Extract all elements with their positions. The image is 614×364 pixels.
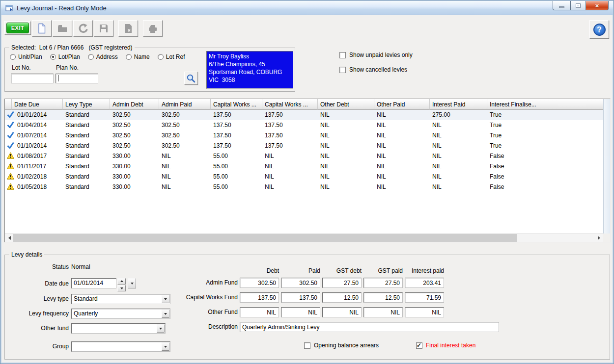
table-row[interactable]: 01/01/2014Standard302.50302.50137.50137.… — [5, 110, 603, 120]
fund-value-input[interactable]: 302.50 — [240, 278, 279, 288]
table-cell: NIL — [374, 141, 430, 151]
opening-balance-checkbox-row[interactable]: Opening balance arrears — [304, 342, 379, 349]
fund-column-header: Interest paid — [405, 267, 444, 274]
maximize-button[interactable] — [571, 1, 586, 10]
spin-down-button[interactable] — [117, 285, 126, 291]
column-header[interactable]: Date Due — [12, 99, 63, 110]
close-button[interactable]: × — [586, 1, 609, 10]
table-row[interactable]: 01/05/2018Standard330.00NIL55.00NILNILNI… — [5, 182, 603, 192]
fund-value-input[interactable]: 137.50 — [281, 292, 320, 303]
toolbar-buttons — [32, 20, 163, 37]
table-cell: 01/04/2014 — [15, 120, 63, 130]
table-row[interactable]: 01/08/2017Standard330.00NIL55.00NILNILNI… — [5, 151, 603, 161]
app-icon — [5, 4, 13, 12]
column-header[interactable]: Admin Paid — [159, 99, 211, 110]
filter-unpaid[interactable]: Show unpaid levies only — [339, 52, 413, 58]
right-arrow-icon — [598, 236, 602, 240]
minimize-button[interactable] — [553, 1, 571, 10]
column-header[interactable]: Capital Works ... — [262, 99, 318, 110]
column-header[interactable]: Interest Paid — [430, 99, 487, 110]
column-header[interactable]: Other Debt — [318, 99, 374, 110]
lot-no-input[interactable] — [11, 74, 54, 83]
radio-unit-plan[interactable]: Unit/Plan — [10, 53, 42, 60]
table-row[interactable]: 01/02/2018Standard330.00NIL55.00NILNILNI… — [5, 172, 603, 182]
group-combo[interactable] — [71, 341, 170, 352]
dropdown-button[interactable] — [162, 342, 169, 351]
scroll-right-arrow[interactable] — [595, 234, 603, 242]
fund-value-input[interactable]: NIL — [240, 307, 279, 317]
column-header[interactable]: Interest Finalise... — [487, 99, 545, 110]
fund-value-input[interactable]: NIL — [281, 307, 320, 317]
column-header[interactable]: Other Paid — [374, 99, 430, 110]
search-button[interactable] — [184, 72, 198, 85]
fund-value-input[interactable]: 27.50 — [363, 278, 403, 288]
filter-cancelled[interactable]: Show cancelled levies — [339, 66, 407, 73]
checkbox[interactable] — [416, 342, 422, 349]
plan-no-input[interactable] — [56, 74, 98, 83]
fund-value-input[interactable]: NIL — [363, 307, 403, 317]
fund-row-label: Capital Works Fund — [152, 294, 238, 301]
table-row[interactable]: 01/10/2014Standard302.50302.50137.50137.… — [5, 141, 603, 151]
fund-column-header: Paid — [281, 267, 320, 274]
final-interest-checkbox-row[interactable]: Final interest taken — [416, 342, 475, 349]
header-filler — [545, 99, 603, 110]
checkbox[interactable] — [304, 342, 310, 349]
header-spacer — [5, 99, 12, 110]
horizontal-scrollbar[interactable] — [5, 234, 603, 242]
date-due-input[interactable]: 01/01/2014 — [71, 278, 116, 288]
table-body: 01/01/2014Standard302.50302.50137.50137.… — [5, 110, 603, 234]
vertical-scrollbar[interactable] — [603, 99, 610, 234]
table-cell: True — [487, 141, 545, 151]
new-document-button[interactable] — [32, 20, 52, 37]
checkbox-label: Show unpaid levies only — [349, 52, 413, 58]
date-due-dropdown-button[interactable] — [128, 278, 136, 288]
exit-button-label: EXIT — [6, 23, 29, 33]
table-cell: NIL — [374, 182, 430, 192]
description-input[interactable]: Quarterly Admin/Sinking Levy — [240, 322, 499, 332]
fund-value-input[interactable]: 12.50 — [363, 292, 403, 303]
spin-up-button[interactable] — [117, 278, 126, 285]
save-icon — [98, 23, 109, 34]
paid-icon — [7, 111, 14, 118]
fund-value-input[interactable]: 12.50 — [322, 292, 362, 303]
other-fund-combo[interactable] — [71, 323, 166, 334]
table-cell: Standard — [63, 182, 110, 192]
levy-type-label: Levy type — [10, 295, 69, 302]
scroll-left-arrow[interactable] — [5, 234, 13, 242]
date-due-value: 01/01/2014 — [74, 280, 103, 286]
column-header[interactable]: Capital Works ... — [211, 99, 262, 110]
paid-icon — [7, 142, 14, 149]
fund-value-input[interactable]: NIL — [405, 307, 444, 317]
table-row[interactable]: 01/04/2014Standard302.50302.50137.50137.… — [5, 120, 603, 130]
table-header: Date DueLevy TypeAdmin DebtAdmin PaidCap… — [5, 99, 603, 110]
table-cell: 330.00 — [110, 151, 159, 161]
exit-button[interactable]: EXIT — [4, 21, 31, 35]
checkbox[interactable] — [339, 67, 346, 73]
fund-value-input[interactable]: NIL — [322, 307, 362, 317]
column-header[interactable]: Admin Debt — [110, 99, 159, 110]
unpaid-status-cell — [5, 161, 15, 172]
fund-value-input[interactable]: 27.50 — [322, 278, 362, 288]
fund-value-input[interactable]: 203.41 — [405, 278, 444, 288]
radio-label: Unit/Plan — [18, 53, 42, 60]
radio-name[interactable]: Name — [126, 53, 150, 60]
help-button[interactable]: ? — [589, 20, 609, 39]
address-box[interactable]: Mr Troy Bayliss6/The Champions, 45Sports… — [206, 51, 293, 89]
table-row[interactable]: 01/07/2014Standard302.50302.50137.50137.… — [5, 130, 603, 141]
table-cell: Standard — [63, 141, 110, 151]
table-row[interactable]: 01/11/2017Standard330.00NIL55.00NILNILNI… — [5, 161, 603, 172]
paid-status-cell — [5, 110, 15, 120]
table-cell: 55.00 — [211, 172, 262, 182]
column-header[interactable]: Levy Type — [63, 99, 110, 110]
fund-value-input[interactable]: 71.59 — [405, 292, 444, 303]
fund-value-input[interactable]: 302.50 — [281, 278, 320, 288]
selected-lot-groupbox: Selected: Lot 6 / Plan 6666 (GST registe… — [4, 48, 295, 92]
horizontal-scroll-thumb[interactable] — [13, 234, 517, 242]
radio-lot-ref[interactable]: Lot Ref — [158, 53, 185, 60]
new-document-icon — [36, 23, 47, 34]
fund-value-input[interactable]: 137.50 — [240, 292, 279, 303]
radio-address[interactable]: Address — [88, 53, 118, 60]
radio-lot-plan[interactable]: Lot/Plan — [50, 53, 80, 60]
checkbox[interactable] — [339, 52, 346, 58]
table-cell: NIL — [262, 151, 318, 161]
